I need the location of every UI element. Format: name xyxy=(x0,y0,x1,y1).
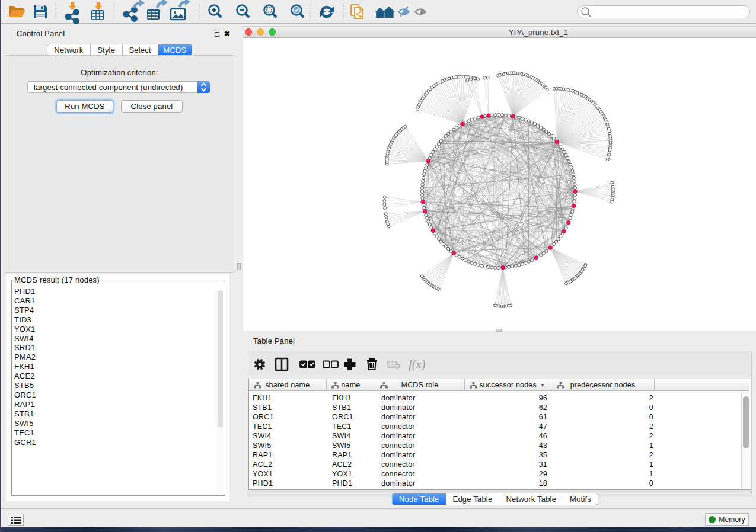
svg-text:f(x): f(x) xyxy=(409,358,426,371)
